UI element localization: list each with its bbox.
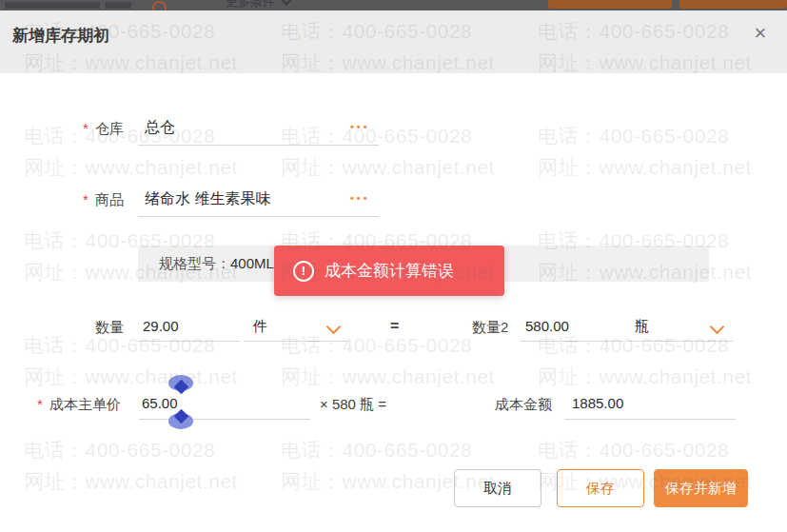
required-mark: * — [83, 120, 89, 136]
spec-value: 400ML — [230, 255, 274, 271]
qty-unit-underline — [244, 341, 348, 342]
equals-sign: = — [390, 318, 399, 335]
cost-formula-text: × 580 瓶 = — [320, 396, 386, 414]
qty-unit-select[interactable]: 件 — [253, 318, 267, 336]
cost-amount-label: 成本金额 — [495, 396, 552, 414]
qty2-input-underline — [521, 341, 623, 342]
cost-amount-input[interactable]: 1885.00 — [572, 395, 623, 411]
close-icon[interactable]: × — [748, 21, 773, 46]
chevron-down-icon[interactable] — [326, 320, 342, 335]
product-label: 商品 — [95, 191, 124, 209]
qty2-unit-select[interactable]: 瓶 — [635, 318, 649, 336]
warehouse-picker-icon[interactable]: ••• — [350, 121, 370, 132]
cost-amount-underline — [564, 419, 736, 420]
exclamation-circle-icon: ! — [293, 261, 314, 282]
required-mark: * — [83, 191, 89, 207]
error-toast-text: 成本金额计算错误 — [325, 260, 454, 282]
cost-price-underline — [139, 419, 310, 420]
save-button[interactable]: 保存 — [557, 469, 644, 507]
cost-price-input[interactable]: 65.00 — [142, 395, 178, 411]
spec-label: 规格型号： — [159, 255, 230, 271]
qty-label: 数量 — [95, 319, 124, 337]
qty2-unit-underline — [627, 341, 733, 342]
qty-input[interactable]: 29.00 — [143, 318, 179, 334]
save-and-new-button[interactable]: 保存并新增 — [654, 469, 748, 507]
warehouse-field[interactable]: 总仓 — [145, 118, 175, 138]
cost-price-label: 成本主单价 — [49, 396, 121, 414]
product-picker-icon[interactable]: ••• — [350, 192, 370, 204]
required-mark: * — [37, 396, 43, 412]
dialog-add-initial-inventory: 新增库存期初 × * 仓库 总仓 ••• * 商品 绪命水 维生素果味 ••• … — [0, 0, 787, 532]
dialog-title: 新增库存期初 — [12, 25, 109, 47]
chevron-down-icon[interactable] — [710, 320, 725, 335]
product-field[interactable]: 绪命水 维生素果味 — [145, 189, 270, 209]
text-selection-handle-top[interactable] — [168, 375, 193, 394]
qty2-label: 数量2 — [472, 319, 508, 337]
qty2-input[interactable]: 580.00 — [525, 318, 569, 334]
warehouse-field-underline — [138, 145, 379, 146]
qty-input-underline — [138, 341, 240, 342]
product-field-underline — [138, 216, 379, 217]
cancel-button[interactable]: 取消 — [454, 469, 541, 507]
text-selection-handle-bottom[interactable] — [168, 410, 193, 429]
warehouse-label: 仓库 — [95, 120, 124, 138]
error-toast: ! 成本金额计算错误 — [274, 246, 504, 296]
